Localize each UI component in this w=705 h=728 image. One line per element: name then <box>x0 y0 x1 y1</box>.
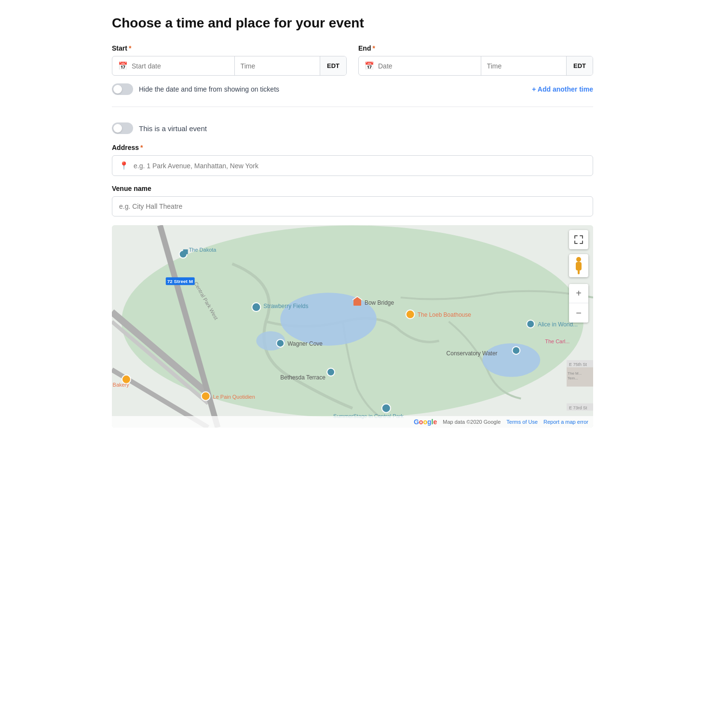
end-label: End * <box>358 44 593 52</box>
end-required: * <box>372 44 375 52</box>
virtual-event-row: This is a virtual event <box>112 122 593 134</box>
start-required: * <box>129 44 131 52</box>
map-svg: Central Park West The Dakota 72 Street M… <box>112 225 593 428</box>
svg-point-7 <box>482 343 540 377</box>
map-data-label: Map data ©2020 Google <box>443 419 501 425</box>
svg-point-23 <box>527 320 534 328</box>
svg-text:E 75th St: E 75th St <box>569 362 587 367</box>
end-calendar-icon: 📅 <box>365 61 374 70</box>
svg-text:Strawberry Fields: Strawberry Fields <box>263 303 308 310</box>
venue-input[interactable] <box>119 202 586 210</box>
svg-point-19 <box>406 310 415 319</box>
svg-text:ia Bakery: ia Bakery <box>112 382 129 388</box>
zoom-controls: + − <box>569 284 588 323</box>
svg-point-30 <box>202 392 210 401</box>
svg-rect-17 <box>353 300 361 306</box>
venue-input-wrap <box>112 196 593 216</box>
terms-of-use-link[interactable]: Terms of Use <box>506 419 538 425</box>
report-error-link[interactable]: Report a map error <box>543 419 588 425</box>
end-timezone[interactable]: EDT <box>567 56 593 75</box>
map-fullscreen-button[interactable] <box>569 230 588 249</box>
start-time-group: Start * 📅 EDT <box>112 44 347 76</box>
svg-point-43 <box>576 257 581 262</box>
svg-text:E 73rd St: E 73rd St <box>569 405 587 410</box>
svg-text:Bow Bridge: Bow Bridge <box>365 299 394 306</box>
svg-text:Conservatory Water: Conservatory Water <box>447 350 498 357</box>
svg-rect-12 <box>183 249 188 254</box>
pegman-button[interactable] <box>569 254 588 277</box>
address-required: * <box>140 144 143 151</box>
page-title: Choose a time and place for your event <box>112 15 593 31</box>
virtual-toggle[interactable] <box>112 122 133 134</box>
hide-date-slider <box>112 83 133 95</box>
svg-point-28 <box>327 368 335 376</box>
hide-date-row: Hide the date and time from showing on t… <box>112 83 593 95</box>
end-time-field[interactable] <box>481 56 567 75</box>
start-time-field[interactable] <box>235 56 320 75</box>
google-logo: Google <box>414 418 437 426</box>
start-time-input[interactable] <box>241 62 314 70</box>
hide-date-label: Hide the date and time from showing on t… <box>139 85 279 93</box>
add-another-time-button[interactable]: + Add another time <box>532 85 593 93</box>
end-time-group: End * 📅 EDT <box>358 44 593 76</box>
venue-label: Venue name <box>112 185 593 192</box>
end-date-time-row: 📅 EDT <box>358 56 593 76</box>
svg-text:Bethesda Terrace: Bethesda Terrace <box>280 374 325 381</box>
svg-text:The M...: The M... <box>568 371 582 376</box>
zoom-out-button[interactable]: − <box>569 303 588 323</box>
end-time-input[interactable] <box>487 62 560 70</box>
svg-text:Tem...: Tem... <box>568 376 578 380</box>
start-label: Start * <box>112 44 347 52</box>
pegman-icon <box>573 257 584 274</box>
start-timezone[interactable]: EDT <box>320 56 346 75</box>
location-pin-icon: 📍 <box>119 161 129 170</box>
svg-text:Wagner Cove: Wagner Cove <box>287 340 323 347</box>
address-input[interactable] <box>134 162 586 170</box>
end-date-field[interactable]: 📅 <box>359 56 481 75</box>
svg-text:The Loeb Boathouse: The Loeb Boathouse <box>418 311 471 318</box>
svg-point-6 <box>280 293 377 346</box>
virtual-slider <box>112 122 133 134</box>
start-date-input[interactable] <box>132 62 229 70</box>
virtual-label: This is a virtual event <box>139 124 207 133</box>
map-container: Central Park West The Dakota 72 Street M… <box>112 225 593 428</box>
hide-date-toggle[interactable] <box>112 83 133 95</box>
fullscreen-icon <box>574 235 583 244</box>
svg-point-26 <box>512 347 520 354</box>
start-date-time-row: 📅 EDT <box>112 56 347 76</box>
start-date-field[interactable]: 📅 <box>112 56 235 75</box>
end-date-input[interactable] <box>378 62 475 70</box>
svg-text:The Carl...: The Carl... <box>545 338 569 344</box>
map-footer: Google Map data ©2020 Google Terms of Us… <box>112 416 593 428</box>
svg-point-32 <box>382 404 391 413</box>
zoom-in-button[interactable]: + <box>569 284 588 303</box>
address-input-wrap: 📍 <box>112 155 593 176</box>
map-controls: + − <box>569 230 588 323</box>
address-label-row: Address * <box>112 144 593 151</box>
svg-text:Le Pain Quotidien: Le Pain Quotidien <box>213 394 255 400</box>
location-section: This is a virtual event Address * 📍 Venu… <box>112 119 593 428</box>
svg-point-21 <box>276 339 284 347</box>
start-calendar-icon: 📅 <box>118 61 128 70</box>
svg-text:72 Street M: 72 Street M <box>167 279 193 284</box>
svg-text:The Dakota: The Dakota <box>189 247 217 253</box>
svg-point-15 <box>252 303 260 311</box>
